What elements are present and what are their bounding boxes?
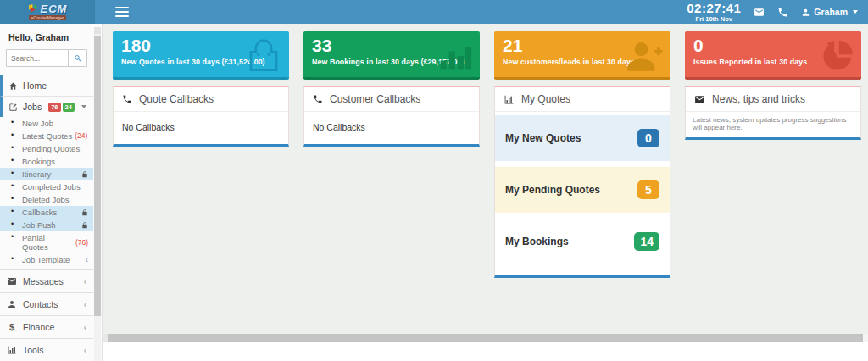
callback-phone-icon: [313, 94, 323, 104]
callback-phone-icon: [122, 94, 132, 104]
chevron-left-icon: [86, 256, 88, 264]
messages-icon: [7, 276, 17, 286]
stat-card-new-customers[interactable]: 21 New customers/leads in last 30 days: [494, 31, 670, 80]
section-label: Messages: [23, 276, 64, 286]
sidebar-item-home[interactable]: Home: [0, 75, 93, 96]
sidebar-item-deleted-jobs[interactable]: Deleted Jobs: [0, 193, 93, 206]
app-logo[interactable]: ECM eCourierManager: [0, 0, 95, 24]
search-input[interactable]: [7, 50, 68, 66]
lock-icon: [81, 171, 88, 178]
lock-icon: [81, 222, 88, 229]
sub-item-label: Job Template: [22, 255, 70, 264]
my-pending-quotes-row[interactable]: My Pending Quotes 5: [495, 167, 670, 213]
horizontal-scrollbar-thumb[interactable]: [108, 334, 863, 342]
sub-item-count: (24): [75, 131, 87, 141]
sidebar-scrollbar[interactable]: [94, 27, 101, 361]
section-label: Tools: [23, 345, 44, 355]
hamburger-icon[interactable]: [112, 3, 132, 20]
my-quotes-panel: My Quotes My New Quotes 0 My Pending Quo…: [494, 86, 670, 278]
clock-date: Fri 10th Nov: [687, 16, 741, 23]
shopping-bag-icon: [245, 37, 282, 75]
dashboard: 180 New Quotes in last 30 days (£31,524.…: [103, 24, 868, 334]
chevron-left-icon: [84, 278, 86, 286]
finance-icon: [7, 322, 17, 332]
sidebar: Hello, Graham Home Jobs: [0, 24, 103, 361]
chevron-left-icon: [84, 347, 86, 354]
sidebar-item-callbacks[interactable]: Callbacks: [0, 206, 93, 219]
news-icon: [694, 94, 705, 105]
chevron-left-icon: [84, 301, 86, 308]
panel-title: My Quotes: [521, 93, 570, 105]
stat-card-new-quotes[interactable]: 180 New Quotes in last 30 days (£31,524.…: [113, 31, 289, 80]
count-badge: 0: [637, 129, 659, 147]
sidebar-item-job-push[interactable]: Job Push: [0, 219, 93, 231]
sidebar-item-partial-quotes[interactable]: Partial Quotes (76): [0, 231, 93, 253]
tools-icon: [7, 345, 17, 355]
sidebar-scrollbar-thumb[interactable]: [94, 36, 101, 316]
sub-item-label: Itinerary: [22, 169, 51, 179]
row-label: My New Quotes: [505, 132, 581, 144]
phone-icon[interactable]: [777, 7, 788, 18]
sidebar-item-new-job[interactable]: New Job: [0, 117, 93, 130]
caret-down-icon: [853, 10, 858, 14]
sidebar-item-itinerary[interactable]: Itinerary: [0, 168, 93, 180]
sub-item-label: Latest Quotes: [22, 131, 72, 141]
customer-callbacks-panel: Customer Callbacks No Callbacks: [303, 86, 480, 147]
sidebar-item-label: Home: [23, 81, 47, 91]
row-label: My Bookings: [505, 236, 569, 247]
sidebar-item-pending-quotes[interactable]: Pending Quotes: [0, 142, 93, 155]
stat-card-issues[interactable]: 0 Issues Reported in last 30 days: [685, 31, 861, 80]
mail-icon[interactable]: [754, 7, 765, 18]
sidebar-item-finance[interactable]: Finance: [0, 315, 93, 338]
logo-mark-icon: [28, 3, 39, 14]
sidebar-item-contacts[interactable]: Contacts: [0, 292, 93, 315]
sub-item-label: Job Push: [22, 220, 56, 230]
sidebar-item-messages[interactable]: Messages: [0, 269, 93, 292]
clock: 02:27:41 Fri 10th Nov: [687, 2, 741, 23]
chevron-down-icon: [81, 105, 86, 108]
sidebar-item-label: Jobs: [23, 102, 42, 112]
sidebar-item-bookings[interactable]: Bookings: [0, 155, 93, 168]
clock-time: 02:27:41: [687, 2, 741, 14]
jobs-icon: [8, 103, 18, 112]
sub-item-label: Partial Quotes: [22, 233, 73, 252]
jobs-badge-green: 24: [63, 103, 75, 112]
stat-card-new-bookings[interactable]: 33 New Bookings in last 30 days (£29,157…: [303, 31, 480, 80]
sidebar-item-job-template[interactable]: Job Template: [0, 253, 93, 266]
user-icon: [801, 8, 810, 17]
sidebar-item-jobs[interactable]: Jobs 76 24: [0, 96, 93, 117]
user-menu[interactable]: Graham: [801, 7, 858, 17]
my-bookings-row[interactable]: My Bookings 14: [495, 219, 670, 264]
logo-text: ECM: [41, 3, 68, 14]
pie-chart-icon: [817, 37, 854, 75]
chevron-left-icon: [84, 324, 86, 331]
sidebar-item-completed-jobs[interactable]: Completed Jobs: [0, 180, 93, 193]
sidebar-item-latest-quotes[interactable]: Latest Quotes (24): [0, 130, 93, 142]
my-new-quotes-row[interactable]: My New Quotes 0: [495, 115, 670, 161]
quote-callbacks-panel: Quote Callbacks No Callbacks: [113, 86, 289, 147]
row-label: My Pending Quotes: [505, 184, 600, 196]
sub-item-label: Completed Jobs: [22, 182, 81, 192]
sidebar-greeting: Hello, Graham: [0, 24, 93, 47]
user-name: Graham: [814, 7, 848, 17]
home-icon: [8, 81, 18, 91]
panel-title: Quote Callbacks: [139, 93, 214, 105]
sub-item-count: (76): [75, 238, 88, 247]
lock-icon: [81, 209, 88, 216]
search-button[interactable]: [68, 50, 86, 66]
section-label: Contacts: [23, 299, 58, 309]
count-badge: 5: [637, 180, 659, 199]
top-header: ECM eCourierManager 02:27:41 Fri 10th No…: [0, 0, 868, 24]
jobs-badge-red: 76: [48, 103, 60, 112]
logo-subtext: eCourierManager: [29, 15, 67, 20]
bar-chart-icon: [436, 37, 473, 75]
horizontal-scrollbar[interactable]: [103, 334, 868, 342]
sub-item-label: New Job: [22, 119, 53, 128]
section-label: Finance: [23, 322, 54, 332]
news-panel: News, tips and tricks Latest news, syste…: [685, 86, 861, 140]
sub-item-label: Callbacks: [22, 208, 57, 217]
sub-item-label: Pending Quotes: [22, 144, 80, 153]
sub-item-label: Deleted Jobs: [22, 195, 69, 204]
sidebar-item-tools[interactable]: Tools: [0, 338, 93, 361]
contacts-icon: [7, 299, 17, 309]
